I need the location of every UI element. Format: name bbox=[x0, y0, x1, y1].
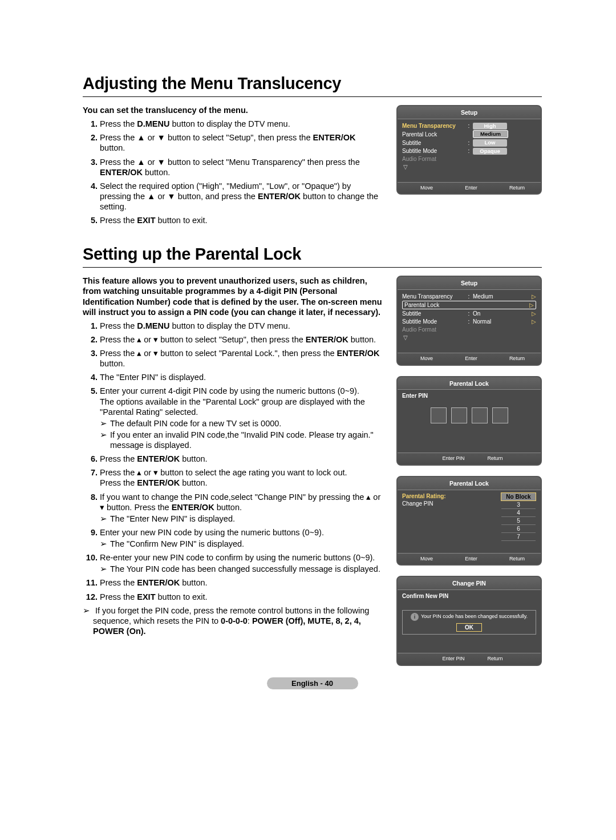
osd-row-audio-format: Audio Format bbox=[402, 326, 536, 333]
hint-enter: Enter bbox=[458, 356, 477, 362]
heading-translucency: Adjusting the Menu Translucency bbox=[83, 74, 542, 93]
osd-title: Parental Lock bbox=[398, 477, 541, 490]
hint-enter-pin: Enter PIN bbox=[435, 455, 464, 462]
osd-change-pin: Change PIN Confirm New PIN iYour PIN cod… bbox=[396, 576, 542, 665]
text-column: You can set the translucency of the menu… bbox=[83, 105, 383, 229]
osd-row-menu-transparency: Menu Transparency : Medium ▷ bbox=[402, 293, 536, 300]
step-1: Press the D.MENU button to display the D… bbox=[100, 119, 383, 129]
hint-enter: Enter bbox=[458, 185, 477, 192]
substep: The default PIN code for a new TV set is… bbox=[100, 418, 383, 429]
osd-row-parental-lock: Parental Lock ▷ bbox=[402, 301, 536, 309]
step-8: If you want to change the PIN code,selec… bbox=[100, 492, 383, 524]
step-2: Press the ▴ or ▾ button to select "Setup… bbox=[100, 334, 383, 345]
chevron-right-icon: ▷ bbox=[532, 318, 536, 325]
osd-title: Change PIN bbox=[398, 577, 541, 590]
chevron-right-icon: ▷ bbox=[529, 301, 534, 309]
osd-row-subtitle-mode: Subtitle Mode : Normal ▷ bbox=[402, 318, 536, 325]
osd-row-subtitle: Subtitle: Low bbox=[402, 139, 536, 146]
substep: The Your PIN code has been changed succe… bbox=[100, 564, 383, 574]
step-6: Press the ENTER/OK button. bbox=[100, 454, 383, 464]
osd-body: Menu Transparency: High Parental Lock Me… bbox=[398, 119, 541, 182]
step-4: The "Enter PIN" is displayed. bbox=[100, 372, 383, 382]
chevron-right-icon: ▷ bbox=[532, 293, 536, 300]
rating-7: 7 bbox=[501, 533, 536, 541]
osd-footer: Move Enter Return bbox=[398, 182, 541, 194]
intro-text: You can set the translucency of the menu… bbox=[83, 105, 383, 115]
osd-body: Menu Transparency : Medium ▷ Parental Lo… bbox=[398, 290, 541, 353]
more-indicator-icon: ▽ bbox=[403, 334, 536, 341]
osd-body: Parental Rating: Change PIN No Block 3 4… bbox=[398, 490, 541, 553]
osd-enter-pin: Parental Lock Enter PIN Enter PIN Return bbox=[396, 376, 542, 466]
pin-digit-box bbox=[451, 407, 467, 423]
rating-3: 3 bbox=[501, 501, 536, 509]
step-12: Press the EXIT button to exit. bbox=[100, 592, 383, 602]
substep: If you enter an invalid PIN code,the "In… bbox=[100, 430, 383, 450]
pin-digit-box bbox=[492, 407, 508, 423]
step-9: Enter your new PIN code by using the num… bbox=[100, 527, 383, 549]
hint-move: Move bbox=[414, 356, 433, 362]
opt-low: Low bbox=[473, 139, 507, 146]
hint-enter-pin: Enter PIN bbox=[435, 656, 464, 663]
change-pin-label: Change PIN bbox=[402, 500, 497, 507]
intro-text: This feature allows you to prevent unaut… bbox=[83, 276, 383, 317]
steps-list: Press the D.MENU button to display the D… bbox=[83, 321, 383, 602]
rating-no-block: No Block bbox=[501, 492, 536, 501]
step-5: Press the EXIT button to exit. bbox=[100, 215, 383, 225]
osd-row-subtitle: Subtitle : On ▷ bbox=[402, 310, 536, 317]
opt-opaque: Opaque bbox=[473, 148, 507, 155]
hint-move: Move bbox=[414, 185, 433, 192]
heading-parental-lock: Setting up the Parental Lock bbox=[83, 245, 542, 264]
osd-row-audio-format: Audio Format bbox=[402, 155, 536, 163]
osd-footer: Move Enter Return bbox=[398, 353, 541, 365]
more-indicator-icon: ▽ bbox=[403, 163, 536, 171]
rating-5: 5 bbox=[501, 517, 536, 525]
hint-return: Return bbox=[481, 656, 503, 663]
steps-list: Press the D.MENU button to display the D… bbox=[83, 119, 383, 225]
osd-column: Setup Menu Transparency : Medium ▷ Paren… bbox=[396, 276, 542, 665]
confirm-new-pin-label: Confirm New PIN bbox=[402, 592, 536, 600]
osd-row-subtitle-mode: Subtitle Mode: Opaque bbox=[402, 147, 536, 155]
step-2: Press the ▲ or ▼ button to select "Setup… bbox=[100, 132, 383, 153]
divider bbox=[83, 96, 542, 97]
hint-return: Return bbox=[502, 185, 525, 192]
osd-body: Confirm New PIN iYour PIN code has been … bbox=[398, 590, 541, 653]
substep: The "Confirm New PIN" is displayed. bbox=[100, 539, 383, 549]
info-icon: i bbox=[411, 613, 419, 621]
pin-digit-box bbox=[472, 407, 488, 423]
osd-title: Setup bbox=[398, 277, 541, 290]
manual-page: Adjusting the Menu Translucency You can … bbox=[0, 0, 616, 712]
hint-move: Move bbox=[414, 556, 433, 563]
step-5: Enter your current 4-digit PIN code by u… bbox=[100, 386, 383, 450]
opt-high: High bbox=[473, 123, 507, 130]
osd-column: Setup Menu Transparency: High Parental L… bbox=[396, 105, 542, 195]
enter-pin-label: Enter PIN bbox=[402, 392, 536, 399]
osd-setup-transparency: Setup Menu Transparency: High Parental L… bbox=[396, 105, 542, 195]
osd-footer: Enter PIN Return bbox=[398, 653, 541, 665]
step-4: Select the required option ("High", "Med… bbox=[100, 181, 383, 212]
osd-parental-rating: Parental Lock Parental Rating: Change PI… bbox=[396, 476, 542, 566]
osd-footer: Enter PIN Return bbox=[398, 453, 541, 465]
opt-medium: Medium bbox=[473, 130, 508, 138]
pin-digit-box bbox=[431, 407, 447, 423]
section-translucency: You can set the translucency of the menu… bbox=[83, 105, 542, 229]
osd-title: Setup bbox=[398, 106, 541, 119]
page-footer: English - 40 bbox=[267, 677, 358, 689]
section-parental-lock: This feature allows you to prevent unaut… bbox=[83, 276, 542, 665]
osd-title: Parental Lock bbox=[398, 377, 541, 390]
step-11: Press the ENTER/OK button. bbox=[100, 578, 383, 588]
step-3: Press the ▲ or ▼ button to select "Menu … bbox=[100, 157, 383, 177]
text-column: This feature allows you to prevent unaut… bbox=[83, 276, 383, 636]
step-10: Re-enter your new PIN code to confirm by… bbox=[100, 552, 383, 574]
parental-rating-label: Parental Rating: bbox=[402, 492, 497, 500]
forget-pin-note: If you forget the PIN code, press the re… bbox=[83, 605, 383, 636]
substep: The "Enter New PIN" is displayed. bbox=[100, 514, 383, 524]
hint-return: Return bbox=[502, 356, 525, 362]
divider bbox=[83, 267, 542, 268]
hint-return: Return bbox=[481, 455, 503, 462]
step-1: Press the D.MENU button to display the D… bbox=[100, 321, 383, 331]
success-message-text: Your PIN code has been changed successfu… bbox=[421, 613, 528, 619]
osd-row-parental-lock: Parental Lock Medium bbox=[402, 130, 536, 138]
osd-body: Enter PIN bbox=[398, 390, 541, 453]
hint-return: Return bbox=[502, 556, 525, 563]
hint-enter: Enter bbox=[458, 556, 477, 563]
